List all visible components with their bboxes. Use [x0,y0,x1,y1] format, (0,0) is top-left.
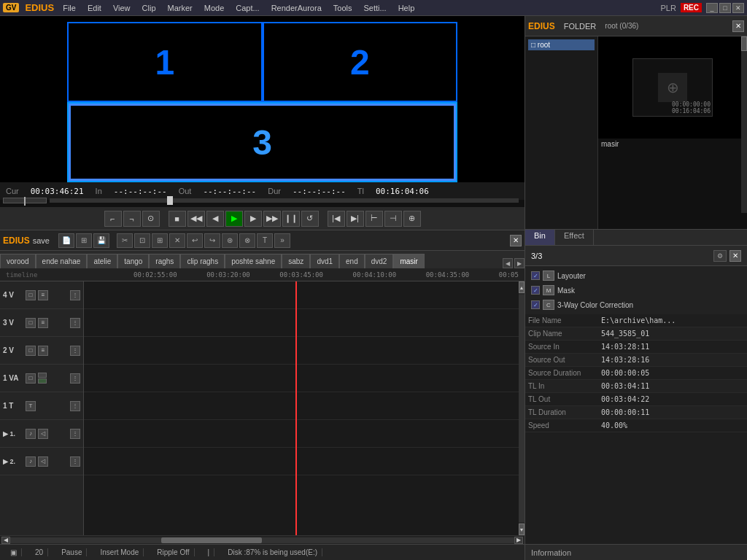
tab-next-btn[interactable]: ▶ [514,258,525,268]
track-tab-masir[interactable]: masir [393,254,424,268]
scroll-right-btn[interactable]: ▶ [514,537,523,544]
loop-btn[interactable]: ↺ [301,211,319,227]
next-edit[interactable]: ⊢ [365,211,383,227]
track-lock-2v[interactable]: □ [26,346,36,356]
track-expand-1t[interactable]: ⋮ [70,401,80,411]
effect-close-btn[interactable]: ✕ [729,250,741,262]
media-scroll-thumb[interactable] [741,36,747,51]
timeline-save[interactable]: save [33,236,50,245]
tl-redo-btn[interactable]: ↪ [204,233,220,248]
menu-tools[interactable]: Tools [330,2,355,14]
tl-delete-btn[interactable]: ✕ [169,233,185,248]
track-aud-a2[interactable]: ♪ [26,456,36,467]
mark-clip-out[interactable]: ▶| [347,211,364,227]
track-expand-3v[interactable]: ⋮ [70,318,80,328]
track-tab-end[interactable]: end [339,254,365,268]
tl-open-btn[interactable]: ⊞ [76,233,92,248]
menu-settings[interactable]: Setti... [360,2,389,14]
close-button[interactable]: ✕ [732,3,744,13]
track-vis-3v[interactable]: ≡ [38,318,48,328]
menu-edit[interactable]: Edit [85,2,104,14]
track-aud-1va[interactable] [38,373,47,378]
step-fwd-btn[interactable]: ▶ [244,211,262,227]
track-tab-ende-nahae[interactable]: ende nahae [36,254,88,268]
bin-tab[interactable]: Bin [525,230,555,245]
prev-edit[interactable]: ⊣ [384,211,402,227]
folder-close-btn[interactable]: ✕ [732,20,744,32]
play-btn[interactable]: ▶ [225,211,243,227]
tl-cut-btn[interactable]: ✂ [117,233,133,248]
pause-btn[interactable]: ❙❙ [282,211,300,227]
track-content[interactable]: ▲ ▼ [84,281,525,535]
rewind-btn[interactable]: ◀◀ [187,211,205,227]
scroll-down-btn[interactable]: ▼ [519,524,525,535]
track-scrollbar[interactable]: ▲ ▼ [519,281,525,535]
media-scrollbar[interactable] [741,36,747,213]
effect-check-layouter[interactable]: ✓ [531,271,540,280]
track-vis-4v[interactable]: ≡ [38,290,48,300]
effect-check-color[interactable]: ✓ [531,300,540,309]
track-expand-a2[interactable]: ⋮ [70,456,80,467]
timeline-close-btn[interactable]: ✕ [510,235,522,246]
track-tab-atelie[interactable]: atelie [87,254,117,268]
scroll-track[interactable] [10,537,514,543]
mark-clip-in[interactable]: |◀ [328,211,345,227]
timeline-scrollbar[interactable]: ◀ ▶ [0,535,525,544]
mark-in-btn[interactable]: ⌐ [104,211,122,227]
track-aud2-1va[interactable] [38,378,47,384]
track-lock-1va[interactable]: □ [26,373,36,384]
track-tab-clip-raghs[interactable]: clip raghs [180,254,225,268]
tl-more-btn[interactable]: » [274,233,290,248]
sync-btn[interactable]: ⊕ [403,211,421,227]
tl-copy-btn[interactable]: ⊡ [134,233,150,248]
track-tab-raghs[interactable]: raghs [149,254,180,268]
track-tab-dvd1[interactable]: dvd1 [310,254,339,268]
menu-mode[interactable]: Mode [201,2,228,14]
effect-check-mask[interactable]: ✓ [531,286,540,295]
track-expand-1va[interactable]: ⋮ [70,373,80,384]
track-expand-a1[interactable]: ⋮ [70,429,80,439]
menu-clip[interactable]: Clip [139,2,159,14]
menu-help[interactable]: Help [395,2,418,14]
menu-render[interactable]: RenderAurora [268,2,325,14]
maximize-button[interactable]: □ [719,3,731,13]
track-tab-vorood[interactable]: vorood [0,254,36,268]
tl-extra2[interactable]: ⊗ [239,233,255,248]
effect-tab[interactable]: Effect [555,230,594,245]
tl-save-btn[interactable]: 💾 [93,233,109,248]
fast-fwd-btn[interactable]: ▶▶ [263,211,281,227]
stop-btn[interactable]: ■ [169,211,186,227]
track-aud-a1[interactable]: ♪ [26,429,36,439]
track-expand-4v[interactable]: ⋮ [70,290,80,300]
track-tab-sabz[interactable]: sabz [282,254,310,268]
track-tab-poshte-sahne[interactable]: poshte sahne [225,254,282,268]
scroll-up-btn[interactable]: ▲ [519,281,525,293]
track-lock-1t[interactable]: T [26,401,36,411]
ripple-btn[interactable]: ⊙ [142,211,160,227]
tl-new-btn[interactable]: 📄 [58,233,74,248]
track-vol-a1[interactable]: ◁ [38,429,48,439]
track-lock-3v[interactable]: □ [26,318,36,328]
minimize-button[interactable]: _ [706,3,718,13]
tl-extra3[interactable]: T [257,233,273,248]
tl-paste-btn[interactable]: ⊞ [152,233,168,248]
scroll-left-btn[interactable]: ◀ [1,537,10,544]
track-tab-dvd2[interactable]: dvd2 [365,254,394,268]
track-vis-2v[interactable]: ≡ [38,346,48,356]
progress-bar[interactable] [50,198,519,203]
tl-extra1[interactable]: ⊛ [222,233,238,248]
menu-file[interactable]: File [60,2,79,14]
effect-settings-btn[interactable]: ⚙ [713,250,727,262]
menu-view[interactable]: View [110,2,133,14]
track-expand-2v[interactable]: ⋮ [70,346,80,356]
folder-item-root[interactable]: □ root [528,39,595,50]
track-vol-a2[interactable]: ◁ [38,456,48,467]
track-lock-4v[interactable]: □ [26,290,36,300]
mark-out-btn[interactable]: ¬ [123,211,141,227]
tab-prev-btn[interactable]: ◀ [503,258,513,268]
step-back-btn[interactable]: ◀ [206,211,224,227]
menu-capt[interactable]: Capt... [233,2,262,14]
track-tab-tango[interactable]: tango [117,254,149,268]
tl-undo-btn[interactable]: ↩ [187,233,203,248]
menu-marker[interactable]: Marker [165,2,196,14]
